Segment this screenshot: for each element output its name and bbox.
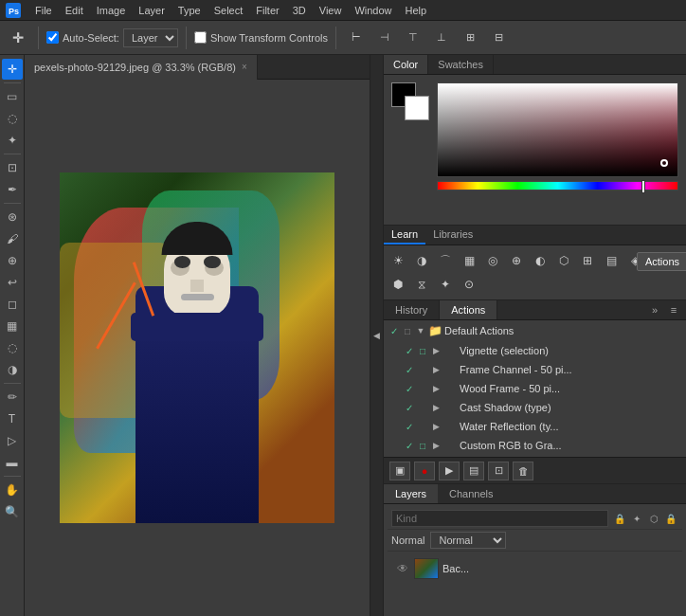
gradient-map-adj-icon[interactable]: ▤ xyxy=(601,250,622,271)
align-center-btn[interactable]: ⊣ xyxy=(372,26,397,50)
brush-tool[interactable]: 🖌 xyxy=(2,228,23,249)
lock-image-btn[interactable]: ✦ xyxy=(629,511,644,526)
layers-content: 🔒 ✦ ⬡ 🔒 Normal Normal 👁 xyxy=(384,504,686,616)
brightness-adj-icon[interactable]: ☀ xyxy=(388,250,408,271)
tab-learn[interactable]: Learn xyxy=(384,226,425,245)
levels-adj-icon[interactable]: ▦ xyxy=(459,250,479,271)
auto-select-checkbox[interactable] xyxy=(46,31,59,44)
layer-select[interactable]: Layer xyxy=(123,28,178,47)
align-middle-btn[interactable]: ⊞ xyxy=(458,26,482,50)
shape-tool[interactable]: ▬ xyxy=(2,452,23,473)
action-item-vignette[interactable]: ✓ □ ▶ Vignette (selection) xyxy=(384,341,686,360)
channel-mixer-adj-icon[interactable]: ⊞ xyxy=(577,250,598,271)
lock-transparent-btn[interactable]: 🔒 xyxy=(612,511,627,526)
spot-heal-tool[interactable]: ⊛ xyxy=(2,207,23,227)
menu-file[interactable]: File xyxy=(28,0,59,21)
canvas-content[interactable] xyxy=(25,80,370,616)
play-btn[interactable]: ▶ xyxy=(439,462,460,480)
lock-position-btn[interactable]: ⬡ xyxy=(646,511,661,526)
tab-swatches[interactable]: Swatches xyxy=(428,55,494,74)
move-tool[interactable]: ✛ xyxy=(2,59,23,80)
vibrance-adj-icon[interactable]: ✦ xyxy=(435,274,456,295)
transform-controls-checkbox[interactable] xyxy=(194,31,207,44)
posterize-adj-icon[interactable]: ⬢ xyxy=(388,274,408,295)
eraser-tool[interactable]: ◻ xyxy=(2,294,23,315)
transform-controls-label: Show Transform Controls xyxy=(210,32,328,44)
hue-sat-adj-icon[interactable]: ◎ xyxy=(482,250,503,271)
type-tool[interactable]: T xyxy=(2,408,23,429)
dodge-tool[interactable]: ◑ xyxy=(2,359,23,380)
document-tab[interactable]: pexels-photo-92129.jpeg @ 33.3% (RGB/8) … xyxy=(25,55,258,80)
pen-tool[interactable]: ✏ xyxy=(2,387,23,408)
color-balance-adj-icon[interactable]: ⊕ xyxy=(506,250,527,271)
color-spectrum[interactable] xyxy=(437,82,678,177)
menu-layer[interactable]: Layer xyxy=(132,0,172,21)
tab-libraries[interactable]: Libraries xyxy=(425,226,480,245)
align-right-btn[interactable]: ⊤ xyxy=(401,26,425,50)
exposure-adj-icon[interactable]: ⊙ xyxy=(459,274,479,295)
panel-menu-btn[interactable]: ≡ xyxy=(665,301,682,318)
panel-collapse-button[interactable]: ◀ xyxy=(370,55,383,616)
actions-list[interactable]: ✓ □ ▼ 📁 Default Actions ✓ □ ▶ Vignette (… xyxy=(384,320,686,457)
contrast-adj-icon[interactable]: ◑ xyxy=(411,250,432,271)
tab-color[interactable]: Color xyxy=(384,55,428,74)
lock-all-btn[interactable]: 🔒 xyxy=(663,511,678,526)
bw-adj-icon[interactable]: ◐ xyxy=(530,250,551,271)
clone-stamp-tool[interactable]: ⊕ xyxy=(2,250,23,271)
menu-view[interactable]: View xyxy=(313,0,349,21)
blend-mode-select[interactable]: Normal xyxy=(430,532,506,549)
tab-close-button[interactable]: × xyxy=(242,62,247,72)
record-btn[interactable]: ● xyxy=(414,462,435,480)
tab-actions[interactable]: Actions xyxy=(440,300,497,319)
move-tool-btn[interactable]: ✛ xyxy=(6,26,30,50)
align-bottom-btn[interactable]: ⊟ xyxy=(486,26,511,50)
blur-tool[interactable]: ◌ xyxy=(2,337,23,358)
menu-select[interactable]: Select xyxy=(208,0,250,21)
crop-tool[interactable]: ⊡ xyxy=(2,157,23,178)
layer-item-background[interactable]: 👁 Bac... xyxy=(391,555,678,582)
action-item-frame-channel[interactable]: ✓ ▶ Frame Channel - 50 pi... xyxy=(384,360,686,379)
hand-tool[interactable]: ✋ xyxy=(2,480,23,500)
new-action-btn[interactable]: ▤ xyxy=(463,462,484,480)
history-brush-tool[interactable]: ↩ xyxy=(2,272,23,293)
layer-kind-search[interactable] xyxy=(391,510,608,527)
marquee-tool[interactable]: ▭ xyxy=(2,86,23,107)
align-top-btn[interactable]: ⊥ xyxy=(429,26,454,50)
action-group-default[interactable]: ✓ □ ▼ 📁 Default Actions xyxy=(384,320,686,341)
menu-type[interactable]: Type xyxy=(172,0,208,21)
tab-channels[interactable]: Channels xyxy=(438,484,504,503)
tab-layers[interactable]: Layers xyxy=(384,484,438,503)
menu-3d[interactable]: 3D xyxy=(286,0,313,21)
align-left-btn[interactable]: ⊢ xyxy=(344,26,369,50)
curves-adj-icon[interactable]: ⌒ xyxy=(435,250,456,271)
eyedropper-tool[interactable]: ✒ xyxy=(2,179,23,200)
action-item-wood-frame[interactable]: ✓ ▶ Wood Frame - 50 pi... xyxy=(384,379,686,398)
menu-filter[interactable]: Filter xyxy=(249,0,285,21)
panel-forward-btn[interactable]: » xyxy=(646,301,663,318)
tab-history[interactable]: History xyxy=(384,300,440,319)
zoom-tool[interactable]: 🔍 xyxy=(2,501,23,522)
actions-panel: History Actions » ≡ ✓ □ ▼ 📁 Default Acti… xyxy=(384,300,686,483)
action-item-water-reflection[interactable]: ✓ ▶ Water Reflection (ty... xyxy=(384,417,686,436)
action-item-cast-shadow[interactable]: ✓ ▶ Cast Shadow (type) xyxy=(384,398,686,417)
menu-help[interactable]: Help xyxy=(399,0,434,21)
background-color[interactable] xyxy=(405,96,429,120)
delete-action-btn[interactable]: 🗑 xyxy=(513,462,533,480)
hue-slider[interactable] xyxy=(437,181,678,190)
action-item-custom-rgb[interactable]: ✓ □ ▶ Custom RGB to Gra... xyxy=(384,436,686,455)
lasso-tool[interactable]: ◌ xyxy=(2,108,23,129)
photo-filter-adj-icon[interactable]: ⬡ xyxy=(553,250,574,271)
group-expand-icon[interactable]: ▼ xyxy=(414,326,427,335)
create-action-btn[interactable]: ⊡ xyxy=(488,462,509,480)
create-set-btn[interactable]: ▣ xyxy=(389,462,410,480)
magic-wand-tool[interactable]: ✦ xyxy=(2,130,23,151)
menu-edit[interactable]: Edit xyxy=(59,0,90,21)
layer-visibility-icon[interactable]: 👁 xyxy=(395,561,410,576)
toolbar-separator-3 xyxy=(335,27,336,49)
gradient-tool[interactable]: ▦ xyxy=(2,316,23,336)
menu-window[interactable]: Window xyxy=(348,0,398,21)
path-select-tool[interactable]: ▷ xyxy=(2,430,23,451)
menu-image[interactable]: Image xyxy=(90,0,133,21)
tool-separator-5 xyxy=(4,476,21,477)
threshold-adj-icon[interactable]: ⧖ xyxy=(411,274,432,295)
